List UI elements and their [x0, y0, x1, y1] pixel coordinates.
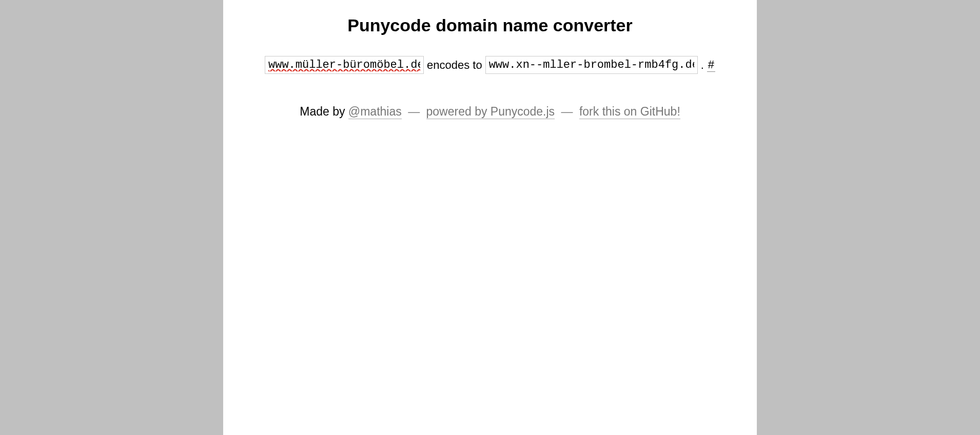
- page-title: Punycode domain name converter: [223, 15, 757, 35]
- separator: —: [561, 105, 576, 118]
- permalink[interactable]: #: [707, 58, 715, 72]
- fork-link[interactable]: fork this on GitHub!: [579, 105, 680, 119]
- made-by-label: Made by: [300, 105, 348, 118]
- page-container: Punycode domain name converter encodes t…: [223, 0, 757, 435]
- author-link[interactable]: @mathias: [348, 105, 402, 119]
- separator: —: [408, 105, 423, 118]
- encodes-to-label: encodes to: [427, 59, 482, 72]
- decoded-input[interactable]: [265, 56, 424, 74]
- powered-by-link[interactable]: powered by Punycode.js: [426, 105, 555, 119]
- trailing-dot: .: [701, 59, 704, 72]
- encoded-input[interactable]: [485, 56, 698, 74]
- footer: Made by @mathias — powered by Punycode.j…: [223, 105, 757, 119]
- converter-row: encodes to . #: [223, 56, 757, 74]
